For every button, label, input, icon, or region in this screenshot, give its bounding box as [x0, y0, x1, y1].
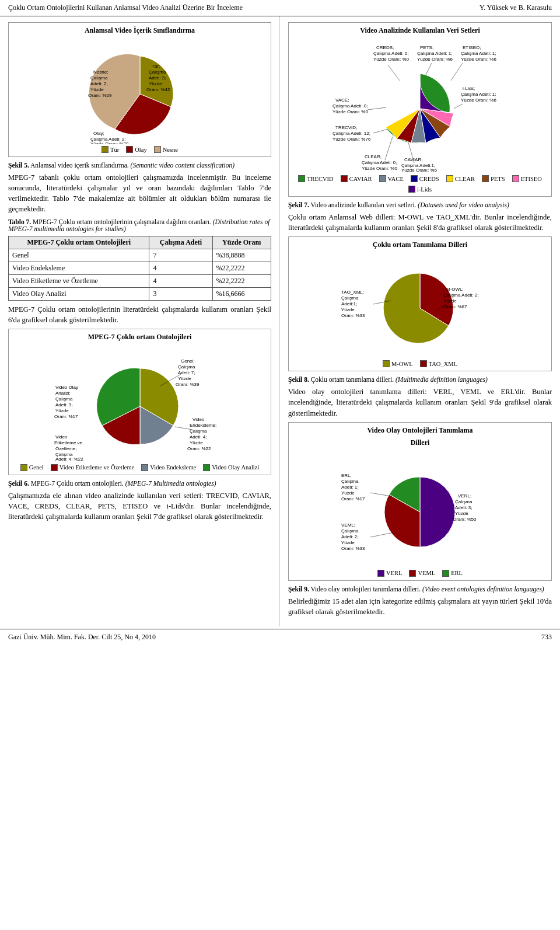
svg-text:CAVIAR;: CAVIAR; [404, 157, 422, 162]
svg-text:Yüzde Oranı: %6: Yüzde Oranı: %6 [417, 57, 453, 62]
legend-ilids-color [408, 186, 415, 193]
legend-caviar: CAVIAR [341, 175, 372, 182]
svg-text:Adeti: 4; %22: Adeti: 4; %22 [55, 457, 83, 462]
svg-text:Çalışma: Çalışma [341, 295, 359, 301]
svg-text:Yüzde Oranı: %6: Yüzde Oranı: %6 [461, 97, 496, 103]
legend-endeksleme: Video Endeksleme [141, 464, 196, 471]
legend-ilids-label: i-Lids [417, 186, 432, 193]
svg-text:Nesne;: Nesne; [93, 69, 108, 75]
legend-taoxml: TAO_XML [420, 360, 457, 367]
svg-text:PETS;: PETS; [420, 45, 433, 50]
fig7-legend: TRECVID CAVIAR VACE CREDS CLEAR [292, 175, 548, 193]
caption9-bold: Şekil 9. [288, 586, 309, 593]
svg-text:VERL;: VERL; [458, 493, 471, 499]
svg-line-85 [370, 493, 391, 496]
svg-text:Çalışma: Çalışma [178, 364, 195, 370]
table-row: Genel7%38,8888 [9, 249, 271, 262]
fig9-title-line2: Dilleri [292, 438, 548, 447]
body-para3: Çalışmamızda ele alınan video analizinde… [8, 490, 271, 522]
fig6-title: MPEG-7 Çoklu ortam Ontolojileri [12, 333, 267, 342]
legend-etiseo-color [512, 175, 519, 182]
svg-text:Adeti: 2;: Adeti: 2; [341, 534, 358, 539]
legend-veml-label: VEML [418, 570, 435, 576]
col-ontology: MPEG-7 Çoklu ortam Ontolojileri [9, 236, 149, 249]
mpeg7-table: MPEG-7 Çoklu ortam Ontolojileri Çalışma … [8, 236, 271, 301]
legend-olay-analizi-color [203, 464, 210, 471]
svg-text:Video Olay: Video Olay [55, 385, 78, 390]
svg-text:Analizi;: Analizi; [55, 391, 71, 396]
right-para3: Belirlediğimiz 15 adet alan için kategor… [288, 596, 552, 617]
svg-text:Yüzde: Yüzde [190, 440, 203, 445]
caption5-bold: Şekil 5. [8, 162, 29, 169]
svg-text:Yüzde: Yüzde [55, 408, 69, 413]
right-para2: Video olay ontolojileri tanımlama diller… [288, 386, 552, 418]
caption-7: Şekil 7. Video analizinde kullanılan ver… [288, 201, 552, 208]
legend-verl-label: VERL [386, 570, 402, 576]
table-7: MPEG-7 Çoklu ortam Ontolojileri Çalışma … [8, 236, 271, 301]
legend-vace-color [379, 175, 386, 182]
legend-ilids: i-Lids [408, 186, 432, 193]
svg-text:TRECVID;: TRECVID; [335, 125, 357, 130]
svg-text:Oranı: %67: Oranı: %67 [443, 304, 467, 309]
fig6-legend: Genel Video Etiketleme ve Özetleme Video… [12, 464, 267, 471]
legend-endeksleme-color [141, 464, 148, 471]
fig9-title-line1: Video Olay Ontolojileri Tanımlama [292, 426, 548, 435]
figure-8: Çoklu ortam Tanımlama Dilleri TAO_XML; Ç… [288, 236, 552, 371]
svg-line-40 [388, 65, 400, 81]
table-cell: 7 [149, 249, 212, 262]
svg-text:M-OWL;: M-OWL; [446, 287, 464, 292]
legend-erl-color [442, 570, 449, 577]
svg-text:Yüzde: Yüzde [90, 87, 104, 92]
legend-taoxml-label: TAO_XML [429, 361, 457, 367]
svg-text:Oranı: %29: Oranı: %29 [88, 93, 112, 98]
table-cell: 4 [149, 274, 212, 287]
svg-line-56 [368, 107, 386, 110]
svg-text:Çalışma Adeti: 1;: Çalışma Adeti: 1; [417, 51, 452, 56]
legend-tur-label: Tür [110, 147, 119, 153]
svg-text:Etiketleme ve: Etiketleme ve [54, 440, 83, 445]
legend-olay-analizi-label: Video Olay Analizi [212, 464, 259, 471]
svg-text:Çalışma: Çalışma [455, 499, 473, 504]
table-cell: %16,6666 [212, 287, 271, 300]
fig9-chart: ERL; Çalışma Adeti: 1; Yüzde Oranı: %17 … [338, 451, 502, 567]
caption6-bold: Şekil 6. [8, 480, 29, 487]
table-cell: Video Etiketleme ve Özetleme [9, 274, 149, 287]
legend-pets-color [482, 175, 489, 182]
svg-text:Yüzde: Yüzde [341, 490, 355, 496]
page-footer: Gazi Üniv. Müh. Mim. Fak. Der. Cilt 25, … [0, 629, 560, 645]
svg-text:Adeti: 3;: Adeti: 3; [455, 505, 472, 510]
right-column: Video Analizinde Kullanılan Veri Setleri [280, 16, 560, 626]
svg-text:Yüzde: Yüzde [149, 81, 162, 86]
svg-text:Video: Video [55, 434, 68, 440]
svg-text:Adeti: 2;: Adeti: 2; [90, 81, 107, 86]
main-content: Anlamsal Video İçerik Sınıflandırma Nesn… [0, 16, 560, 626]
page-header: Çoklu Ortam Ontolojilerini Kullanan Anla… [0, 0, 560, 16]
legend-mowl-label: M-OWL [391, 361, 413, 367]
caption-6: Şekil 6. MPEG-7 Çoklu ortam ontolojileri… [8, 480, 271, 487]
svg-text:TAO_XML;: TAO_XML; [341, 290, 364, 295]
col-study: Çalışma Adeti [149, 236, 212, 249]
right-para1: Çoklu ortam Anlamsal Web dilleri: M-OWL … [288, 212, 552, 233]
svg-line-60 [373, 129, 388, 133]
svg-text:Yüzde Oranı: %6: Yüzde Oranı: %6 [461, 57, 496, 62]
svg-text:Yüzde Oranı: %0: Yüzde Oranı: %0 [332, 109, 368, 114]
svg-text:Yüzde Oranı: %76: Yüzde Oranı: %76 [332, 137, 371, 142]
caption5-text: Anlamsal video içerik sınıflandırma. [29, 162, 129, 169]
svg-text:Çalışma Adeti: 0;: Çalışma Adeti: 0; [362, 160, 397, 165]
legend-vace-label: VACE [388, 176, 404, 182]
svg-text:Oranı: %33: Oranı: %33 [341, 313, 365, 318]
legend-olay: Olay [126, 146, 146, 153]
fig7-title: Video Analizinde Kullanılan Veri Setleri [292, 26, 548, 35]
legend-genel-label: Genel [29, 464, 44, 471]
header-left: Çoklu Ortam Ontolojilerini Kullanan Anla… [8, 4, 243, 12]
table-body: Genel7%38,8888Video Endeksleme4%22,2222V… [9, 249, 271, 300]
table-row: Video Etiketleme ve Özetleme4%22,2222 [9, 274, 271, 287]
legend-genel-color [20, 464, 27, 471]
legend-clear-label: CLEAR [455, 176, 475, 182]
caption8-italic: (Multimedia definition languages) [396, 376, 488, 383]
svg-text:Çalışma Adeti: 0;: Çalışma Adeti: 0; [373, 51, 408, 56]
svg-text:Yüzde: Yüzde [341, 540, 355, 545]
svg-text:CLEAR;: CLEAR; [365, 154, 382, 159]
svg-text:Adeti: 3;: Adeti: 3; [55, 402, 72, 407]
svg-text:Adeti: 4;: Adeti: 4; [190, 434, 206, 440]
